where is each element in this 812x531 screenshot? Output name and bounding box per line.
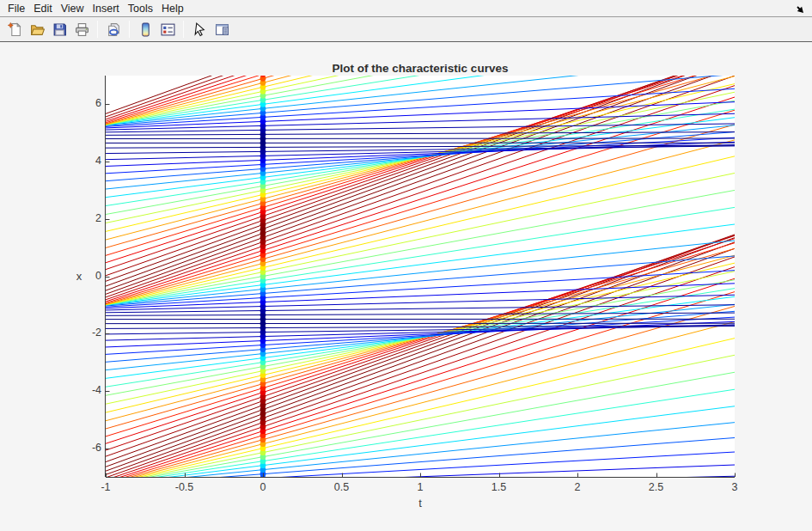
print-button[interactable] — [71, 19, 92, 40]
insert-colorbar-icon — [138, 22, 153, 37]
open-file-icon — [30, 22, 45, 37]
y-tick-label: 4 — [53, 155, 101, 167]
insert-colorbar-button[interactable] — [135, 19, 156, 40]
menu-bar: FileEditViewInsertToolsHelp — [0, 0, 812, 17]
figure-area: Plot of the characteristic curves t x -1… — [0, 42, 812, 530]
x-tick-label: 0 — [241, 481, 284, 493]
x-tick-label: 2.5 — [635, 481, 678, 493]
plot-canvas — [0, 42, 812, 530]
y-tick-label: -2 — [53, 327, 101, 339]
t0-marker — [260, 54, 266, 60]
save-figure-icon — [52, 22, 67, 37]
x-tick-label: 3 — [713, 481, 756, 493]
toolbar-separator — [129, 21, 130, 38]
save-figure-button[interactable] — [49, 19, 70, 40]
characteristic-line — [106, 224, 735, 305]
open-file-button[interactable] — [27, 19, 47, 40]
x-tick-label: 1.5 — [478, 481, 521, 493]
menu-view[interactable]: View — [57, 1, 89, 16]
characteristic-line — [106, 389, 735, 485]
characteristic-line — [106, 494, 735, 497]
toolbar-separator — [97, 21, 98, 38]
y-tick-label: 0 — [53, 270, 101, 282]
characteristic-line — [106, 59, 735, 263]
characteristic-line — [106, 42, 735, 113]
characteristic-line — [106, 292, 735, 484]
characteristic-line — [106, 42, 735, 123]
y-tick-label: -4 — [53, 384, 101, 396]
x-tick-label: -1 — [84, 481, 127, 493]
y-tick-label: 6 — [53, 97, 101, 109]
menu-insert[interactable]: Insert — [89, 1, 124, 16]
y-tick-label: -6 — [53, 442, 101, 454]
characteristic-line — [106, 437, 735, 485]
x-tick-label: -0.5 — [163, 481, 206, 493]
characteristic-line — [106, 295, 735, 310]
characteristic-line — [106, 132, 735, 181]
new-figure-icon — [8, 22, 22, 37]
characteristic-line — [106, 70, 735, 248]
dock-figure-button[interactable] — [211, 19, 232, 40]
characteristic-line — [106, 76, 735, 297]
characteristic-lines — [106, 42, 735, 496]
x-tick-label: 0.5 — [321, 481, 363, 493]
characteristic-line — [106, 125, 735, 304]
menu-tools[interactable]: Tools — [124, 1, 157, 16]
characteristic-line — [106, 243, 735, 436]
x-tick-label: 1 — [399, 481, 442, 493]
menu-file[interactable]: File — [3, 1, 29, 16]
characteristic-line — [106, 138, 735, 139]
link-plot-icon — [107, 22, 121, 37]
insert-legend-icon — [161, 22, 175, 37]
insert-legend-button[interactable] — [157, 19, 178, 40]
x-tick-label: 2 — [556, 481, 599, 493]
characteristic-line — [106, 242, 735, 471]
plot-title: Plot of the characteristic curves — [106, 62, 735, 75]
characteristic-line — [106, 355, 735, 485]
menu-help[interactable]: Help — [157, 1, 188, 16]
link-plot-button[interactable] — [103, 19, 124, 40]
x-axis-label: t — [106, 497, 735, 510]
toolbar-separator — [183, 21, 184, 38]
mouse-cursor-icon — [791, 1, 805, 15]
dock-figure-icon — [215, 22, 229, 37]
characteristic-line — [106, 239, 735, 444]
print-icon — [75, 22, 89, 37]
menu-edit[interactable]: Edit — [29, 1, 57, 16]
y-tick-label: 2 — [53, 212, 101, 224]
new-figure-button[interactable] — [4, 19, 25, 40]
pointer-icon — [192, 22, 207, 37]
pointer-button[interactable] — [189, 19, 210, 40]
characteristic-line — [106, 68, 735, 295]
characteristic-line — [106, 322, 735, 485]
toolbar — [0, 17, 812, 42]
characteristic-line — [106, 271, 735, 307]
t0-markers — [260, 54, 266, 498]
